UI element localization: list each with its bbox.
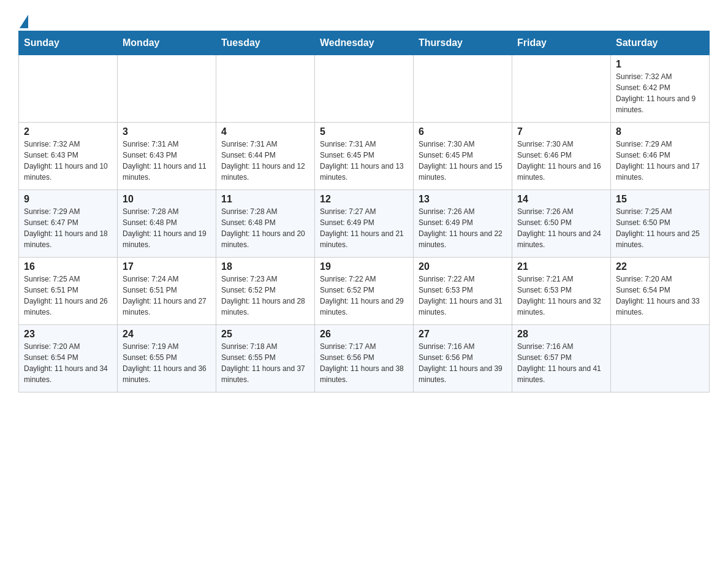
day-info: Sunrise: 7:26 AMSunset: 6:50 PMDaylight:… — [517, 206, 605, 250]
calendar-cell: 15Sunrise: 7:25 AMSunset: 6:50 PMDayligh… — [611, 190, 710, 258]
calendar-cell — [19, 55, 118, 123]
day-info: Sunrise: 7:17 AMSunset: 6:56 PMDaylight:… — [320, 341, 408, 385]
calendar-cell: 27Sunrise: 7:16 AMSunset: 6:56 PMDayligh… — [414, 325, 512, 393]
calendar-cell: 11Sunrise: 7:28 AMSunset: 6:48 PMDayligh… — [216, 190, 315, 258]
weekday-header-thursday: Thursday — [414, 31, 512, 55]
day-number: 11 — [221, 194, 309, 205]
calendar-cell: 28Sunrise: 7:16 AMSunset: 6:57 PMDayligh… — [512, 325, 611, 393]
day-number: 23 — [24, 329, 112, 340]
calendar-cell: 20Sunrise: 7:22 AMSunset: 6:53 PMDayligh… — [414, 258, 512, 325]
day-info: Sunrise: 7:16 AMSunset: 6:56 PMDaylight:… — [419, 341, 507, 385]
day-info: Sunrise: 7:26 AMSunset: 6:49 PMDaylight:… — [419, 206, 507, 250]
calendar-cell: 7Sunrise: 7:30 AMSunset: 6:46 PMDaylight… — [512, 123, 611, 190]
calendar-cell: 2Sunrise: 7:32 AMSunset: 6:43 PMDaylight… — [19, 123, 118, 190]
calendar-header: SundayMondayTuesdayWednesdayThursdayFrid… — [19, 31, 710, 55]
calendar-cell: 24Sunrise: 7:19 AMSunset: 6:55 PMDayligh… — [118, 325, 216, 393]
day-number: 1 — [616, 59, 704, 70]
calendar-cell: 19Sunrise: 7:22 AMSunset: 6:52 PMDayligh… — [315, 258, 414, 325]
weekday-header-wednesday: Wednesday — [315, 31, 414, 55]
calendar-cell: 9Sunrise: 7:29 AMSunset: 6:47 PMDaylight… — [19, 190, 118, 258]
day-number: 21 — [517, 261, 605, 272]
day-number: 10 — [123, 194, 211, 205]
day-number: 3 — [123, 126, 211, 137]
calendar-cell — [216, 55, 315, 123]
logo-triangle-icon — [20, 15, 28, 28]
day-number: 12 — [320, 194, 408, 205]
day-number: 4 — [221, 126, 309, 137]
day-number: 19 — [320, 261, 408, 272]
weekday-header-saturday: Saturday — [611, 31, 710, 55]
day-info: Sunrise: 7:32 AMSunset: 6:43 PMDaylight:… — [24, 139, 112, 183]
day-info: Sunrise: 7:30 AMSunset: 6:46 PMDaylight:… — [517, 139, 605, 183]
calendar-cell: 14Sunrise: 7:26 AMSunset: 6:50 PMDayligh… — [512, 190, 611, 258]
calendar-cell: 25Sunrise: 7:18 AMSunset: 6:55 PMDayligh… — [216, 325, 315, 393]
calendar-cell: 3Sunrise: 7:31 AMSunset: 6:43 PMDaylight… — [118, 123, 216, 190]
calendar-cell: 22Sunrise: 7:20 AMSunset: 6:54 PMDayligh… — [611, 258, 710, 325]
calendar-week-row: 2Sunrise: 7:32 AMSunset: 6:43 PMDaylight… — [19, 123, 710, 190]
calendar-cell — [611, 325, 710, 393]
weekday-header-row: SundayMondayTuesdayWednesdayThursdayFrid… — [19, 31, 710, 55]
weekday-header-monday: Monday — [118, 31, 216, 55]
day-number: 16 — [24, 261, 112, 272]
calendar-cell: 13Sunrise: 7:26 AMSunset: 6:49 PMDayligh… — [414, 190, 512, 258]
day-number: 20 — [419, 261, 507, 272]
calendar-cell — [414, 55, 512, 123]
day-info: Sunrise: 7:22 AMSunset: 6:52 PMDaylight:… — [320, 274, 408, 318]
calendar-cell: 12Sunrise: 7:27 AMSunset: 6:49 PMDayligh… — [315, 190, 414, 258]
calendar-cell: 17Sunrise: 7:24 AMSunset: 6:51 PMDayligh… — [118, 258, 216, 325]
calendar-week-row: 1Sunrise: 7:32 AMSunset: 6:42 PMDaylight… — [19, 55, 710, 123]
day-number: 9 — [24, 194, 112, 205]
day-number: 5 — [320, 126, 408, 137]
day-info: Sunrise: 7:22 AMSunset: 6:53 PMDaylight:… — [419, 274, 507, 318]
day-info: Sunrise: 7:18 AMSunset: 6:55 PMDaylight:… — [221, 341, 309, 385]
calendar-cell: 26Sunrise: 7:17 AMSunset: 6:56 PMDayligh… — [315, 325, 414, 393]
calendar-table: SundayMondayTuesdayWednesdayThursdayFrid… — [18, 31, 710, 393]
day-info: Sunrise: 7:28 AMSunset: 6:48 PMDaylight:… — [221, 206, 309, 250]
day-number: 17 — [123, 261, 211, 272]
day-number: 6 — [419, 126, 507, 137]
day-info: Sunrise: 7:31 AMSunset: 6:43 PMDaylight:… — [123, 139, 211, 183]
day-number: 24 — [123, 329, 211, 340]
weekday-header-friday: Friday — [512, 31, 611, 55]
calendar-cell: 1Sunrise: 7:32 AMSunset: 6:42 PMDaylight… — [611, 55, 710, 123]
calendar-cell: 23Sunrise: 7:20 AMSunset: 6:54 PMDayligh… — [19, 325, 118, 393]
day-number: 8 — [616, 126, 704, 137]
calendar-week-row: 16Sunrise: 7:25 AMSunset: 6:51 PMDayligh… — [19, 258, 710, 325]
day-number: 22 — [616, 261, 704, 272]
day-info: Sunrise: 7:29 AMSunset: 6:46 PMDaylight:… — [616, 139, 704, 183]
day-number: 26 — [320, 329, 408, 340]
day-info: Sunrise: 7:25 AMSunset: 6:50 PMDaylight:… — [616, 206, 704, 250]
day-number: 18 — [221, 261, 309, 272]
day-number: 28 — [517, 329, 605, 340]
day-info: Sunrise: 7:28 AMSunset: 6:48 PMDaylight:… — [123, 206, 211, 250]
day-info: Sunrise: 7:23 AMSunset: 6:52 PMDaylight:… — [221, 274, 309, 318]
day-info: Sunrise: 7:31 AMSunset: 6:44 PMDaylight:… — [221, 139, 309, 183]
day-info: Sunrise: 7:19 AMSunset: 6:55 PMDaylight:… — [123, 341, 211, 385]
day-info: Sunrise: 7:21 AMSunset: 6:53 PMDaylight:… — [517, 274, 605, 318]
calendar-cell: 21Sunrise: 7:21 AMSunset: 6:53 PMDayligh… — [512, 258, 611, 325]
calendar-cell: 18Sunrise: 7:23 AMSunset: 6:52 PMDayligh… — [216, 258, 315, 325]
day-number: 14 — [517, 194, 605, 205]
day-info: Sunrise: 7:32 AMSunset: 6:42 PMDaylight:… — [616, 71, 704, 115]
calendar-cell: 5Sunrise: 7:31 AMSunset: 6:45 PMDaylight… — [315, 123, 414, 190]
weekday-header-tuesday: Tuesday — [216, 31, 315, 55]
page-header — [18, 12, 710, 25]
day-number: 25 — [221, 329, 309, 340]
day-number: 2 — [24, 126, 112, 137]
calendar-week-row: 9Sunrise: 7:29 AMSunset: 6:47 PMDaylight… — [19, 190, 710, 258]
day-number: 7 — [517, 126, 605, 137]
logo — [18, 12, 51, 25]
day-number: 27 — [419, 329, 507, 340]
day-info: Sunrise: 7:20 AMSunset: 6:54 PMDaylight:… — [616, 274, 704, 318]
day-info: Sunrise: 7:16 AMSunset: 6:57 PMDaylight:… — [517, 341, 605, 385]
day-number: 13 — [419, 194, 507, 205]
day-number: 15 — [616, 194, 704, 205]
day-info: Sunrise: 7:31 AMSunset: 6:45 PMDaylight:… — [320, 139, 408, 183]
calendar-cell: 4Sunrise: 7:31 AMSunset: 6:44 PMDaylight… — [216, 123, 315, 190]
calendar-cell — [118, 55, 216, 123]
calendar-body: 1Sunrise: 7:32 AMSunset: 6:42 PMDaylight… — [19, 55, 710, 393]
calendar-cell: 16Sunrise: 7:25 AMSunset: 6:51 PMDayligh… — [19, 258, 118, 325]
calendar-cell — [512, 55, 611, 123]
day-info: Sunrise: 7:29 AMSunset: 6:47 PMDaylight:… — [24, 206, 112, 250]
calendar-cell: 6Sunrise: 7:30 AMSunset: 6:45 PMDaylight… — [414, 123, 512, 190]
